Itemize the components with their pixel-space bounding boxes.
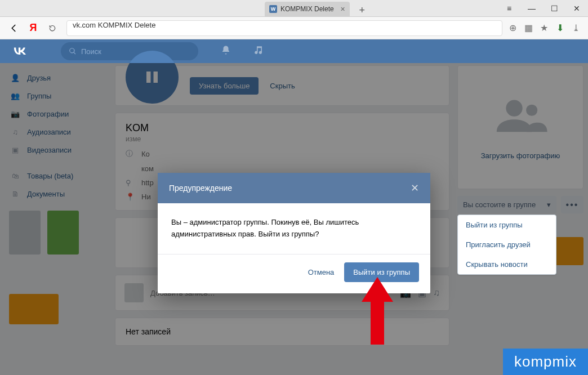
download-arrow-icon[interactable]: ⬇ [554,23,565,34]
new-tab-button[interactable]: + [354,5,370,16]
bookmark-icon[interactable]: ★ [538,23,550,34]
close-window-button[interactable]: ✕ [565,0,588,17]
address-bar: Я vk.com KOMPMIX Delete ⊕ ▦ ★ ⬇ ⤓ [0,17,588,39]
vk-logo[interactable] [11,46,27,57]
vk-header: Поиск [0,39,588,63]
reload-button[interactable] [43,19,62,38]
browser-tab-bar: W KOMPMIX Delete × + ≡ — ☐ ✕ [0,0,588,17]
content-area: 👤Друзья 👥Группы 📷Фотографии ♫Аудиозаписи… [0,63,588,375]
close-modal-icon[interactable]: ✕ [411,182,419,194]
search-icon [69,47,77,55]
menu-hide-news[interactable]: Скрывать новости [458,255,556,274]
yandex-home-button[interactable]: Я [24,19,43,38]
music-icon[interactable] [253,45,264,57]
bell-icon[interactable] [221,45,231,57]
cancel-button[interactable]: Отмена [298,264,345,281]
modal-header: Предупреждение ✕ [158,173,430,203]
confirmation-modal: Предупреждение ✕ Вы – администратор груп… [158,173,430,293]
menu-invite-friends[interactable]: Пригласить друзей [458,235,556,255]
url-text: vk.com KOMPMIX Delete [73,21,155,29]
membership-menu: Выйти из группы Пригласить друзей Скрыва… [457,215,556,275]
menu-icon[interactable]: ≡ [498,0,520,17]
search-box[interactable]: Поиск [61,42,198,60]
close-tab-icon[interactable]: × [341,5,345,14]
menu-leave-group[interactable]: Выйти из группы [458,215,556,235]
modal-body: Вы – администратор группы. Покинув её, В… [158,203,430,254]
minimize-button[interactable]: — [520,0,543,17]
shield-icon[interactable]: ▦ [523,23,534,34]
browser-tab[interactable]: W KOMPMIX Delete × [265,2,350,16]
tab-title: KOMPMIX Delete [280,5,334,13]
maximize-button[interactable]: ☐ [543,0,565,17]
search-placeholder: Поиск [81,47,101,56]
back-button[interactable] [5,19,24,38]
downloads-icon[interactable]: ⤓ [570,23,581,34]
globe-icon[interactable]: ⊕ [507,23,518,34]
annotation-arrow [360,277,394,347]
url-display[interactable]: vk.com KOMPMIX Delete [66,20,502,36]
favicon: W [269,5,277,13]
watermark: kompmix [503,349,588,375]
modal-title: Предупреждение [169,184,232,193]
